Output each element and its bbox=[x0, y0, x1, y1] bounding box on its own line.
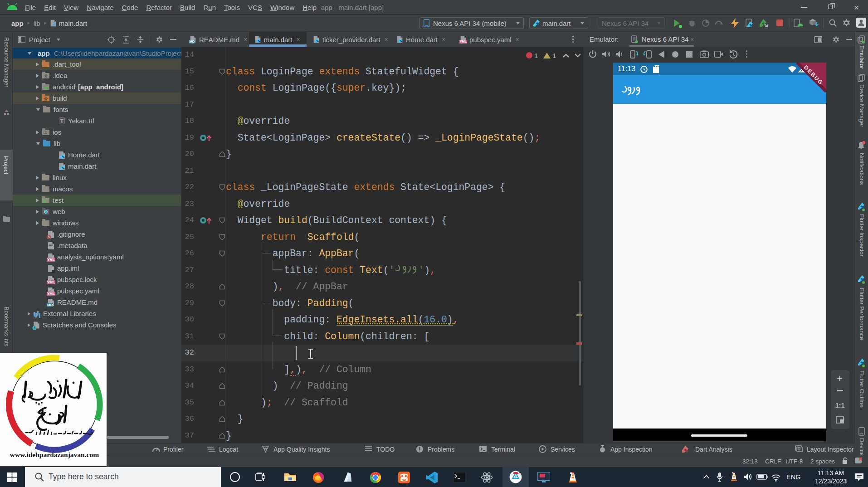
svg-text:www.idehpardazanjavan.com: www.idehpardazanjavan.com bbox=[10, 451, 99, 458]
